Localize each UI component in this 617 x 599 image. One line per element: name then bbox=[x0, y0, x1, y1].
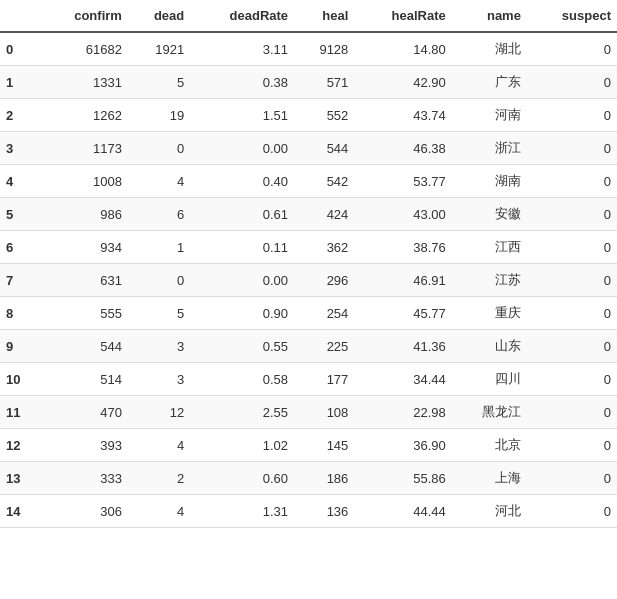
cell-confirm: 393 bbox=[40, 429, 128, 462]
cell-healRate: 41.36 bbox=[354, 330, 451, 363]
cell-confirm: 631 bbox=[40, 264, 128, 297]
cell-suspect: 0 bbox=[527, 165, 617, 198]
table-row: 4100840.4054253.77湖南0 bbox=[0, 165, 617, 198]
cell-suspect: 0 bbox=[527, 198, 617, 231]
cell-heal: 571 bbox=[294, 66, 354, 99]
cell-dead: 4 bbox=[128, 429, 190, 462]
cell-name: 北京 bbox=[452, 429, 527, 462]
cell-healRate: 53.77 bbox=[354, 165, 451, 198]
cell-confirm: 333 bbox=[40, 462, 128, 495]
cell-dead: 0 bbox=[128, 132, 190, 165]
table-row: 763100.0029646.91江苏0 bbox=[0, 264, 617, 297]
cell-name: 河南 bbox=[452, 99, 527, 132]
cell-deadRate: 0.00 bbox=[190, 264, 294, 297]
cell-suspect: 0 bbox=[527, 32, 617, 66]
cell-deadRate: 0.11 bbox=[190, 231, 294, 264]
cell-index: 1 bbox=[0, 66, 40, 99]
col-header-dead: dead bbox=[128, 0, 190, 32]
cell-dead: 5 bbox=[128, 297, 190, 330]
cell-suspect: 0 bbox=[527, 231, 617, 264]
cell-dead: 5 bbox=[128, 66, 190, 99]
cell-deadRate: 3.11 bbox=[190, 32, 294, 66]
table-header: confirm dead deadRate heal healRate name… bbox=[0, 0, 617, 32]
cell-healRate: 22.98 bbox=[354, 396, 451, 429]
cell-suspect: 0 bbox=[527, 264, 617, 297]
cell-index: 13 bbox=[0, 462, 40, 495]
cell-healRate: 14.80 bbox=[354, 32, 451, 66]
cell-heal: 136 bbox=[294, 495, 354, 528]
cell-confirm: 1173 bbox=[40, 132, 128, 165]
table-row: 11470122.5510822.98黑龙江0 bbox=[0, 396, 617, 429]
table-row: 855550.9025445.77重庆0 bbox=[0, 297, 617, 330]
cell-suspect: 0 bbox=[527, 99, 617, 132]
cell-index: 9 bbox=[0, 330, 40, 363]
cell-index: 7 bbox=[0, 264, 40, 297]
cell-index: 4 bbox=[0, 165, 40, 198]
cell-healRate: 45.77 bbox=[354, 297, 451, 330]
cell-name: 江苏 bbox=[452, 264, 527, 297]
cell-dead: 6 bbox=[128, 198, 190, 231]
col-header-suspect: suspect bbox=[527, 0, 617, 32]
cell-deadRate: 1.51 bbox=[190, 99, 294, 132]
cell-heal: 145 bbox=[294, 429, 354, 462]
table-row: 598660.6142443.00安徽0 bbox=[0, 198, 617, 231]
cell-index: 3 bbox=[0, 132, 40, 165]
cell-confirm: 1262 bbox=[40, 99, 128, 132]
cell-confirm: 1331 bbox=[40, 66, 128, 99]
cell-name: 湖南 bbox=[452, 165, 527, 198]
table-row: 954430.5522541.36山东0 bbox=[0, 330, 617, 363]
cell-name: 安徽 bbox=[452, 198, 527, 231]
cell-dead: 1921 bbox=[128, 32, 190, 66]
cell-name: 广东 bbox=[452, 66, 527, 99]
cell-healRate: 34.44 bbox=[354, 363, 451, 396]
cell-deadRate: 0.60 bbox=[190, 462, 294, 495]
cell-heal: 552 bbox=[294, 99, 354, 132]
cell-healRate: 43.00 bbox=[354, 198, 451, 231]
cell-confirm: 61682 bbox=[40, 32, 128, 66]
cell-dead: 12 bbox=[128, 396, 190, 429]
cell-index: 8 bbox=[0, 297, 40, 330]
cell-healRate: 46.38 bbox=[354, 132, 451, 165]
cell-name: 江西 bbox=[452, 231, 527, 264]
cell-index: 6 bbox=[0, 231, 40, 264]
cell-dead: 19 bbox=[128, 99, 190, 132]
cell-heal: 296 bbox=[294, 264, 354, 297]
cell-healRate: 46.91 bbox=[354, 264, 451, 297]
cell-confirm: 986 bbox=[40, 198, 128, 231]
table-row: 1430641.3113644.44河北0 bbox=[0, 495, 617, 528]
cell-deadRate: 0.40 bbox=[190, 165, 294, 198]
cell-confirm: 934 bbox=[40, 231, 128, 264]
cell-dead: 3 bbox=[128, 363, 190, 396]
col-header-index bbox=[0, 0, 40, 32]
cell-deadRate: 1.02 bbox=[190, 429, 294, 462]
cell-name: 四川 bbox=[452, 363, 527, 396]
table-row: 1133150.3857142.90广东0 bbox=[0, 66, 617, 99]
cell-confirm: 544 bbox=[40, 330, 128, 363]
cell-dead: 2 bbox=[128, 462, 190, 495]
cell-name: 浙江 bbox=[452, 132, 527, 165]
table-row: 1333320.6018655.86上海0 bbox=[0, 462, 617, 495]
cell-index: 10 bbox=[0, 363, 40, 396]
cell-suspect: 0 bbox=[527, 495, 617, 528]
cell-deadRate: 0.58 bbox=[190, 363, 294, 396]
cell-heal: 108 bbox=[294, 396, 354, 429]
cell-suspect: 0 bbox=[527, 330, 617, 363]
cell-deadRate: 0.38 bbox=[190, 66, 294, 99]
table-row: 21262191.5155243.74河南0 bbox=[0, 99, 617, 132]
cell-heal: 225 bbox=[294, 330, 354, 363]
cell-deadRate: 2.55 bbox=[190, 396, 294, 429]
col-header-healrate: healRate bbox=[354, 0, 451, 32]
cell-heal: 544 bbox=[294, 132, 354, 165]
cell-name: 湖北 bbox=[452, 32, 527, 66]
cell-suspect: 0 bbox=[527, 132, 617, 165]
cell-dead: 3 bbox=[128, 330, 190, 363]
cell-index: 0 bbox=[0, 32, 40, 66]
cell-dead: 0 bbox=[128, 264, 190, 297]
table-row: 1239341.0214536.90北京0 bbox=[0, 429, 617, 462]
cell-index: 5 bbox=[0, 198, 40, 231]
cell-deadRate: 0.61 bbox=[190, 198, 294, 231]
cell-healRate: 55.86 bbox=[354, 462, 451, 495]
cell-heal: 542 bbox=[294, 165, 354, 198]
cell-deadRate: 0.55 bbox=[190, 330, 294, 363]
cell-confirm: 514 bbox=[40, 363, 128, 396]
